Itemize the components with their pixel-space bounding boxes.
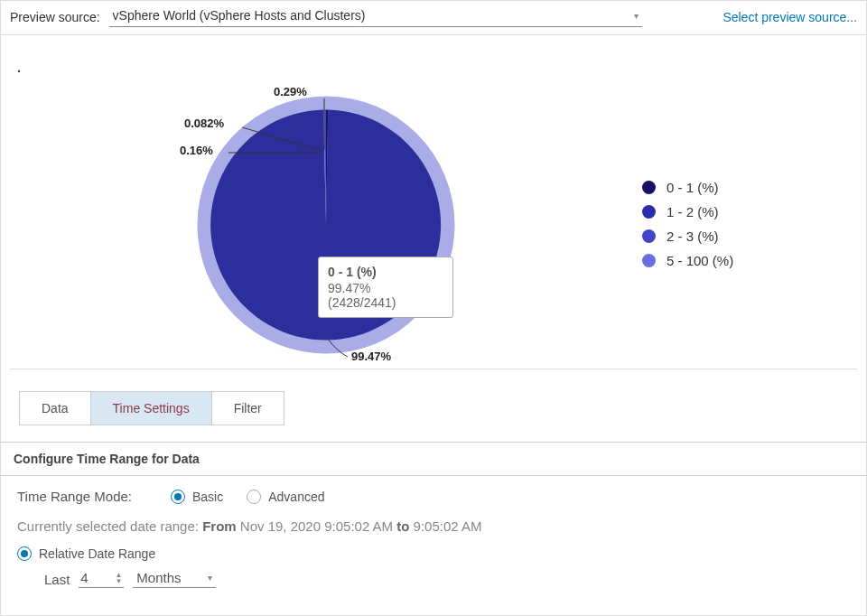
slice-label-0.082: 0.082% [184,117,224,130]
radio-icon [171,490,185,504]
radio-icon [17,546,32,561]
panel-title: Configure Time Range for Data [1,443,866,476]
legend-label: 2 - 3 (%) [667,229,719,244]
tab-filter[interactable]: Filter [212,392,284,425]
radio-advanced-label: Advanced [268,490,324,504]
radio-icon [247,490,261,504]
legend-swatch [642,254,656,267]
slice-label-99.47: 99.47% [351,350,391,363]
stepper-arrows-icon[interactable]: ▲▼ [115,572,122,584]
preview-source-dropdown[interactable]: vSphere World (vSphere Hosts and Cluster… [109,6,642,27]
pie-chart-area: . 0.29% 0.082% 0.16% 99.47% 0 - 1 (%) 99… [10,35,857,369]
radio-basic[interactable]: Basic [171,490,223,504]
preview-source-label: Preview source: [10,10,100,24]
legend-swatch [642,229,656,243]
preview-source-value: vSphere World (vSphere Hosts and Cluster… [113,8,366,23]
chevron-down-icon: ▾ [208,573,212,583]
last-unit-dropdown[interactable]: Months ▾ [133,570,216,588]
chart-tooltip: 0 - 1 (%) 99.47% (2428/2441) [318,257,453,318]
pie-chart[interactable] [191,89,461,360]
last-value: 4 [80,570,88,585]
slice-label-0.29: 0.29% [274,85,307,98]
tooltip-percent: 99.47% [328,281,443,295]
chart-title-dot: . [17,61,21,75]
time-settings-panel: Configure Time Range for Data Time Range… [1,442,866,601]
legend-label: 1 - 2 (%) [667,204,719,219]
select-preview-source-link[interactable]: Select preview source... [722,10,857,24]
tooltip-count: (2428/2441) [328,295,443,310]
time-range-mode-label: Time Range Mode: [17,489,171,504]
tab-time-settings[interactable]: Time Settings [91,392,212,425]
tab-data[interactable]: Data [20,392,91,425]
radio-advanced[interactable]: Advanced [247,490,324,504]
radio-relative-label: Relative Date Range [39,546,155,561]
chart-legend: 0 - 1 (%) 1 - 2 (%) 2 - 3 (%) 5 - 100 (%… [642,180,733,277]
radio-relative-date-range[interactable]: Relative Date Range [17,546,155,561]
legend-label: 0 - 1 (%) [667,180,719,195]
radio-basic-label: Basic [192,490,223,504]
legend-item[interactable]: 2 - 3 (%) [642,229,733,244]
legend-swatch [642,205,656,219]
last-label: Last [44,572,70,587]
tab-bar: Data Time Settings Filter [19,391,284,425]
legend-label: 5 - 100 (%) [667,253,733,268]
legend-item[interactable]: 1 - 2 (%) [642,204,733,219]
last-value-stepper[interactable]: 4 ▲▼ [79,570,124,588]
legend-item[interactable]: 0 - 1 (%) [642,180,733,195]
last-unit-value: Months [136,570,181,585]
current-date-range-text: Currently selected date range: From Nov … [17,518,850,534]
slice-label-0.16: 0.16% [180,144,213,157]
tooltip-title: 0 - 1 (%) [328,265,443,279]
chevron-down-icon: ▾ [634,11,639,21]
legend-item[interactable]: 5 - 100 (%) [642,253,733,268]
legend-swatch [642,181,656,194]
